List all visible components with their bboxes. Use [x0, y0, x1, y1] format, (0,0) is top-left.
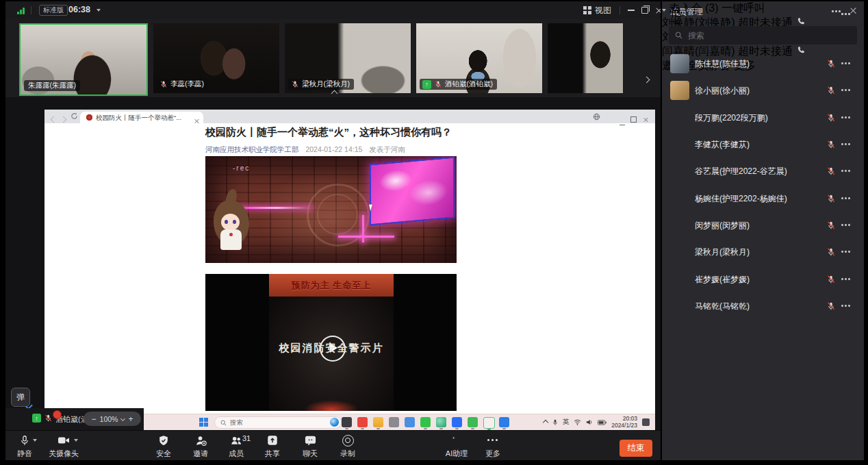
member-more-icon[interactable]: [841, 251, 850, 253]
mic-muted-icon[interactable]: [826, 221, 836, 230]
blue-app-icon[interactable]: [452, 417, 462, 427]
taskbar-clock[interactable]: 20:03 2024/1/23: [611, 416, 637, 429]
mic-options-caret[interactable]: [33, 439, 37, 442]
panel-menu-icon[interactable]: [832, 10, 841, 12]
zoom-caret-icon[interactable]: [120, 416, 125, 421]
member-row[interactable]: 闵梦丽(闵梦丽): [662, 212, 859, 239]
browser-close-icon[interactable]: [643, 113, 648, 125]
browser-restore-icon[interactable]: [630, 113, 637, 125]
member-more-icon[interactable]: [841, 89, 850, 91]
tray-expand-chevron[interactable]: [542, 419, 548, 425]
zoom-in-button[interactable]: +: [128, 414, 133, 424]
member-row[interactable]: 杨婉佳(护理2202-杨婉佳): [662, 186, 859, 212]
camera-off-button[interactable]: 关摄像头: [42, 433, 85, 460]
video-thumbnail[interactable]: ↑酒铂崴(酒铂崴): [416, 23, 542, 93]
more-button[interactable]: 更多: [474, 433, 512, 460]
back-icon[interactable]: [51, 112, 56, 125]
member-more-icon[interactable]: [841, 224, 850, 226]
mic-muted-icon[interactable]: [826, 301, 836, 311]
file-explorer-icon[interactable]: [373, 417, 383, 427]
member-more-icon[interactable]: [841, 170, 850, 172]
video-thumbnail[interactable]: 李蕊(李蕊): [153, 23, 279, 93]
member-row[interactable]: 梁秋月(梁秋月): [662, 239, 859, 266]
browser-minimize-icon[interactable]: [620, 116, 625, 128]
mic-muted-icon[interactable]: [826, 194, 836, 203]
mic-muted-icon[interactable]: [826, 166, 836, 176]
ai-assistant-button[interactable]: AI助理: [437, 433, 476, 460]
member-more-icon[interactable]: [841, 305, 850, 307]
version-badge[interactable]: 标准版: [39, 5, 68, 16]
ime-indicator[interactable]: 英: [563, 418, 570, 427]
article-source-link[interactable]: 河南应用技术职业学院学工部: [205, 145, 299, 153]
restore-button[interactable]: [639, 5, 651, 15]
security-button[interactable]: 安全: [144, 433, 183, 460]
member-row[interactable]: 段万鹏(2202段万鹏): [662, 105, 859, 131]
member-row[interactable]: 陈佳慧(陈佳慧): [662, 51, 859, 77]
mute-button[interactable]: 静音: [7, 433, 42, 460]
member-more-icon[interactable]: [841, 143, 850, 145]
music-app-icon[interactable]: [357, 417, 368, 427]
share-button[interactable]: 共享: [253, 433, 292, 460]
video-thumbnail[interactable]: [548, 23, 623, 93]
refresh-icon[interactable]: [71, 112, 78, 120]
volume-icon[interactable]: [586, 419, 593, 425]
members-button[interactable]: 31 成员: [217, 433, 255, 460]
mic-muted-icon[interactable]: [826, 59, 836, 68]
store-app-icon[interactable]: [405, 417, 415, 427]
member-row[interactable]: 谷艺晨(护理2022-谷艺晨): [662, 158, 859, 185]
mic-muted-icon[interactable]: [826, 275, 836, 284]
next-page-arrow[interactable]: [639, 73, 653, 86]
member-search-box[interactable]: [669, 26, 857, 45]
member-more-icon[interactable]: [841, 13, 850, 15]
member-row[interactable]: 马铭乾(马铭乾): [662, 293, 859, 320]
settings-gear-icon[interactable]: [389, 417, 399, 427]
video-thumbnail[interactable]: 朱露露(朱露露): [19, 23, 148, 96]
wechat-app-icon[interactable]: [468, 417, 478, 427]
mic-muted-icon[interactable]: [826, 86, 836, 95]
record-button[interactable]: 录制: [329, 433, 367, 460]
mic-muted-icon[interactable]: [826, 247, 836, 257]
round-app-icon[interactable]: [436, 417, 446, 427]
video-thumbnail[interactable]: 梁秋月(梁秋月): [285, 23, 411, 93]
minimize-button[interactable]: [625, 5, 637, 15]
member-more-icon[interactable]: [841, 116, 850, 118]
green-app-icon[interactable]: [420, 417, 431, 427]
collapse-strip-chevron[interactable]: [325, 90, 343, 97]
chat-button[interactable]: 聊天: [291, 433, 329, 460]
tray-mic-icon[interactable]: [552, 419, 558, 426]
member-row[interactable]: 徐小丽(徐小丽): [662, 77, 859, 104]
member-search-input[interactable]: [687, 30, 826, 41]
timer-caret-icon[interactable]: [97, 9, 101, 12]
meeting-app-icon[interactable]: [499, 417, 509, 427]
camera-options-caret[interactable]: [74, 439, 78, 442]
windows-start-icon[interactable]: [199, 418, 208, 427]
screencast-app-icon[interactable]: [483, 417, 495, 429]
mic-muted-icon: [159, 80, 168, 88]
divider: [620, 6, 620, 14]
network-signal-icon[interactable]: [17, 7, 27, 14]
danmaku-toggle-button[interactable]: 弹: [11, 388, 30, 407]
zoom-out-button[interactable]: −: [92, 414, 97, 424]
close-button[interactable]: [652, 5, 661, 15]
zoom-level[interactable]: 100%: [100, 415, 118, 423]
browser-globe-icon[interactable]: [593, 113, 600, 121]
wifi-icon[interactable]: [574, 419, 581, 425]
member-row[interactable]: 崔梦媛(崔梦媛): [662, 266, 859, 293]
member-more-icon[interactable]: [841, 62, 850, 64]
mic-muted-icon[interactable]: [826, 113, 836, 123]
notification-center-icon[interactable]: [642, 418, 650, 426]
view-button[interactable]: 视图: [583, 5, 611, 16]
end-meeting-button[interactable]: 结束: [620, 440, 652, 457]
pink-screen-graphic: [370, 157, 455, 226]
task-view-icon[interactable]: [342, 417, 352, 427]
member-more-icon[interactable]: [841, 278, 850, 280]
member-row[interactable]: 李健苁(李健苁): [662, 131, 859, 158]
member-more-icon[interactable]: [841, 197, 850, 199]
battery-icon[interactable]: [598, 420, 607, 425]
windows-search-box[interactable]: 搜索: [214, 416, 342, 429]
tab-close-icon[interactable]: [194, 114, 199, 127]
mic-muted-icon[interactable]: [826, 140, 836, 149]
forward-icon[interactable]: [61, 112, 66, 125]
browser-tab[interactable]: 校园防火丨随手一个举动惹“...: [80, 112, 203, 123]
invite-button[interactable]: 邀请: [181, 433, 220, 460]
